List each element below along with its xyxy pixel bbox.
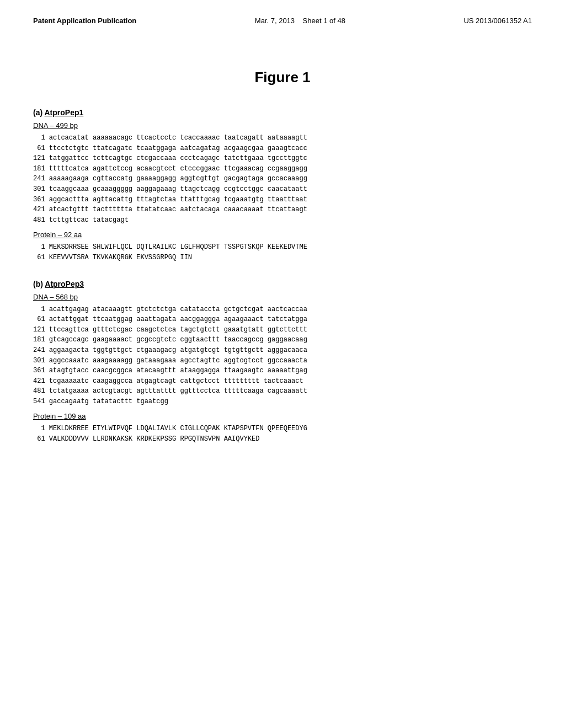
header-date-sheet: Mar. 7, 2013 Sheet 1 of 48 [255,17,345,25]
section-a-name: AtproPep1 [45,108,84,117]
section-a-heading: (a) AtproPep1 [33,108,532,117]
header-patent-number: US 2013/0061352 A1 [463,17,532,25]
section-a-protein-sequence: 1 MEKSDRRSEE SHLWIFLQCL DQTLRAILKC LGLFH… [33,242,532,263]
section-b-heading: (b) AtproPep3 [33,280,532,288]
page-header: Patent Application Publication Mar. 7, 2… [33,17,532,25]
figure-title: Figure 1 [33,69,532,86]
section-a-dna-label: DNA – 499 bp [33,121,532,130]
section-b: (b) AtproPep3 DNA – 568 bp 1 acattgagag … [33,280,532,445]
section-b-protein-label: Protein – 109 aa [33,412,532,420]
header-left: Patent Application Publication [33,17,136,25]
section-a: (a) AtproPep1 DNA – 499 bp 1 actcacatat … [33,108,532,263]
section-b-name: AtproPep3 [45,280,84,288]
section-b-dna-label: DNA – 568 bp [33,293,532,301]
section-b-dna-sequence: 1 acattgagag atacaaagtt gtctctctga catat… [33,304,532,407]
section-a-protein-label: Protein – 92 aa [33,231,532,239]
section-a-dna-sequence: 1 actcacatat aaaaaacagc ttcactcctc tcacc… [33,133,532,225]
section-b-protein-sequence: 1 MEKLDKRREE ETYLWIPVQF LDQALIAVLK CIGLL… [33,424,532,444]
